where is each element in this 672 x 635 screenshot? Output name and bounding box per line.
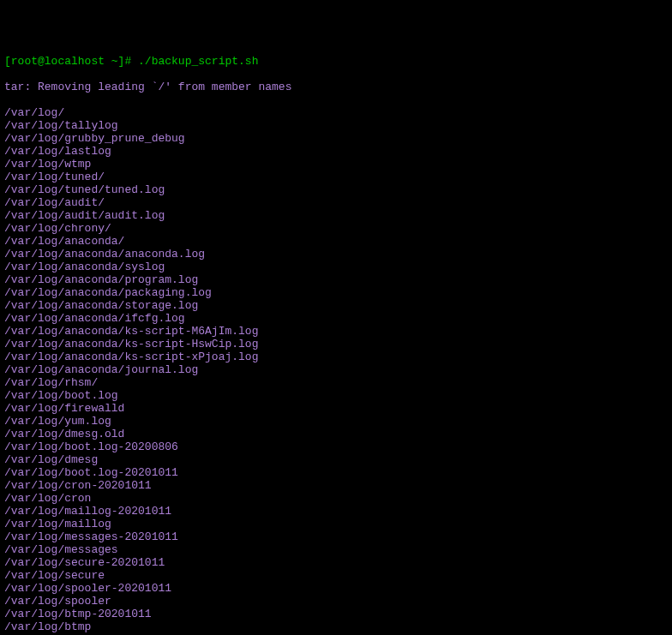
- tar-file-path: /var/log/anaconda/ks-script-M6AjIm.log: [4, 325, 668, 338]
- tar-message: tar: Removing leading `/' from member na…: [4, 81, 668, 93]
- shell-prompt[interactable]: [root@localhost ~]#: [4, 55, 138, 68]
- tar-file-path: /var/log/anaconda/anaconda.log: [4, 248, 668, 261]
- tar-file-path: /var/log/: [4, 106, 668, 119]
- tar-file-path: /var/log/anaconda/storage.log: [4, 299, 668, 312]
- tar-file-path: /var/log/btmp: [4, 620, 668, 633]
- tar-file-path: /var/log/anaconda/ks-script-xPjoaj.log: [4, 350, 668, 363]
- tar-file-path: /var/log/anaconda/ifcfg.log: [4, 312, 668, 325]
- command-text: ./backup_script.sh: [138, 55, 258, 68]
- tar-file-path: /var/log/boot.log: [4, 389, 668, 402]
- tar-file-path: /var/log/firewalld: [4, 402, 668, 415]
- tar-file-path: /var/log/secure-20201011: [4, 556, 668, 569]
- tar-file-path: /var/log/anaconda/syslog: [4, 261, 668, 273]
- tar-file-path: /var/log/messages: [4, 543, 668, 556]
- tar-file-path: /var/log/btmp-20201011: [4, 608, 668, 620]
- tar-file-path: /var/log/spooler: [4, 595, 668, 608]
- tar-file-path: /var/log/cron-20201011: [4, 479, 668, 492]
- tar-file-path: /var/log/maillog: [4, 518, 668, 530]
- tar-file-path: /var/log/dmesg.old: [4, 428, 668, 440]
- tar-file-path: /var/log/anaconda/: [4, 235, 668, 248]
- tar-file-path: /var/log/dmesg: [4, 453, 668, 466]
- tar-file-path: /var/log/lastlog: [4, 145, 668, 158]
- tar-file-path: /var/log/rhsm/: [4, 376, 668, 389]
- tar-file-path: /var/log/anaconda/program.log: [4, 273, 668, 286]
- tar-file-path: /var/log/chrony/: [4, 222, 668, 235]
- tar-file-path: /var/log/anaconda/journal.log: [4, 363, 668, 376]
- tar-file-path: /var/log/yum.log: [4, 415, 668, 428]
- tar-file-path: /var/log/anaconda/ks-script-HswCip.log: [4, 338, 668, 350]
- tar-file-path: /var/log/messages-20201011: [4, 530, 668, 543]
- tar-file-path: /var/log/cron: [4, 492, 668, 505]
- tar-file-path: /var/log/tuned/: [4, 171, 668, 183]
- tar-file-path: /var/log/audit/audit.log: [4, 209, 668, 222]
- tar-file-path: /var/log/tallylog: [4, 119, 668, 132]
- tar-file-path: /var/log/secure: [4, 569, 668, 582]
- tar-file-path: /var/log/wtmp: [4, 158, 668, 171]
- file-list: /var/log//var/log/tallylog/var/log/grubb…: [4, 106, 668, 633]
- tar-file-path: /var/log/tuned/tuned.log: [4, 183, 668, 196]
- tar-file-path: /var/log/spooler-20201011: [4, 582, 668, 595]
- tar-file-path: /var/log/audit/: [4, 196, 668, 209]
- tar-file-path: /var/log/boot.log-20201011: [4, 466, 668, 479]
- tar-file-path: /var/log/maillog-20201011: [4, 505, 668, 518]
- tar-file-path: /var/log/grubby_prune_debug: [4, 132, 668, 145]
- terminal-line: [root@localhost ~]# ./backup_script.sh: [4, 55, 668, 68]
- tar-file-path: /var/log/anaconda/packaging.log: [4, 286, 668, 299]
- tar-file-path: /var/log/boot.log-20200806: [4, 440, 668, 453]
